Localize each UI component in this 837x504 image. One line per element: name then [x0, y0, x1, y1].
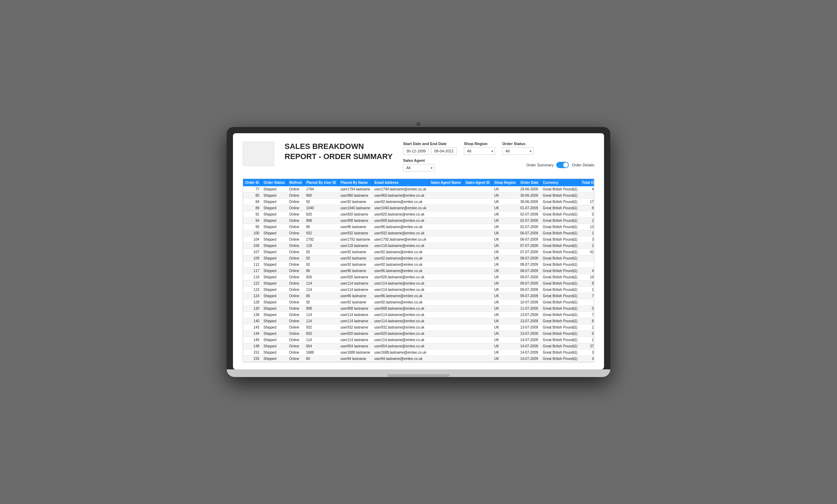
cell-22-2: Online	[287, 324, 304, 331]
cell-17-6	[428, 293, 463, 299]
cell-10-7	[463, 249, 492, 255]
table-row: 106ShippedOnline118user118 lastnameuser1…	[243, 243, 594, 249]
cell-15-4: user114 lastname	[338, 280, 372, 287]
header-section: SALES BREAKDOWN REPORT - ORDER SUMMARY S…	[243, 142, 594, 172]
cell-15-2: Online	[287, 280, 304, 287]
col-order-id: Order ID	[243, 179, 262, 186]
table-row: 109ShippedOnline92user92 lastnameuser92.…	[243, 255, 594, 262]
col-order-date: Order Date	[518, 179, 541, 186]
order-status-label: Order Status	[502, 142, 534, 146]
table-row: 143ShippedOnline932user932 lastnameuser9…	[243, 324, 594, 331]
cell-10-3: 92	[304, 249, 339, 255]
table-row: 144ShippedOnline820user820 lastnameuser8…	[243, 331, 594, 337]
cell-10-6	[428, 249, 463, 255]
laptop-frame: SALES BREAKDOWN REPORT - ORDER SUMMARY S…	[227, 127, 610, 377]
start-date[interactable]: 30-12-1899	[403, 147, 429, 155]
shop-region-group: Shop Region All	[464, 142, 495, 155]
cell-11-3: 92	[304, 255, 339, 262]
cell-12-5: user92.lastname@emlee.co.uk	[372, 262, 428, 268]
shop-region-select[interactable]: All	[464, 147, 495, 155]
cell-2-4: user92 lastname	[338, 199, 372, 205]
cell-12-2: Online	[287, 262, 304, 268]
order-status-select[interactable]: All	[502, 147, 534, 155]
cell-27-5: user84.lastname@emlee.co.uk	[372, 356, 428, 362]
cell-8-3: 1792	[304, 236, 339, 243]
cell-6-4: user86 lastname	[338, 224, 372, 230]
cell-23-5: user820.lastname@emlee.co.uk	[372, 331, 428, 337]
cell-13-4: user86 lastname	[338, 268, 372, 274]
cell-12-10: Great British Pound(£)	[541, 262, 580, 268]
col-placed-by-name: Placed By Name	[338, 179, 372, 186]
cell-3-5: user1040.lastname@emlee.co.uk	[372, 205, 428, 211]
cell-16-0: 123	[243, 287, 262, 293]
sales-agent-label: Sales Agent	[403, 158, 435, 163]
cell-26-3: 1688	[304, 349, 339, 356]
cell-8-0: 104	[243, 236, 262, 243]
end-date[interactable]: 08-04-2021	[431, 147, 457, 155]
cell-8-1: Shipped	[262, 236, 287, 243]
cell-13-10: Great British Pound(£)	[541, 268, 580, 274]
cell-9-5: user118.lastname@emlee.co.uk	[372, 243, 428, 249]
cell-7-6	[428, 230, 463, 236]
cell-5-3: 908	[304, 218, 339, 224]
sales-agent-group: Sales Agent All	[403, 158, 435, 172]
cell-24-8: UK	[492, 337, 518, 343]
col-currency: Currency	[541, 179, 580, 186]
table-row: 100ShippedOnline932user932 lastnameuser9…	[243, 230, 594, 236]
cell-24-2: Online	[287, 337, 304, 343]
cell-2-8: UK	[492, 199, 518, 205]
cell-17-4: user86 lastname	[338, 293, 372, 299]
cell-15-5: user114.lastname@emlee.co.uk	[372, 280, 428, 287]
cell-18-4: user92 lastname	[338, 299, 372, 306]
cell-7-4: user932 lastname	[338, 230, 372, 236]
table-row: 112ShippedOnline92user92 lastnameuser92.…	[243, 262, 594, 268]
cell-1-10: Great British Pound(£)	[541, 193, 580, 199]
cell-2-1: Shipped	[262, 199, 287, 205]
cell-3-3: 1040	[304, 205, 339, 211]
cell-23-7	[463, 331, 492, 337]
table-row: 107ShippedOnline92user92 lastnameuser92.…	[243, 249, 594, 255]
cell-23-10: Great British Pound(£)	[541, 331, 580, 337]
cell-1-3: 960	[304, 193, 339, 199]
cell-19-11: 50.94	[580, 306, 594, 312]
cell-8-9: 06-07-2009	[518, 236, 541, 243]
cell-27-2: Online	[287, 356, 304, 362]
cell-25-11: 379.21	[580, 343, 594, 349]
cell-8-10: Great British Pound(£)	[541, 236, 580, 243]
cell-17-9: 09-07-2009	[518, 293, 541, 299]
table-row: 104ShippedOnline1792user1792 lastnameuse…	[243, 236, 594, 243]
cell-14-7	[463, 274, 492, 280]
toggle-order-summary-label: Order Summary	[526, 163, 553, 167]
table-row: 123ShippedOnline114user114 lastnameuser1…	[243, 287, 594, 293]
cell-14-11: 199.81	[580, 274, 594, 280]
cell-14-4: user926 lastname	[338, 274, 372, 280]
cell-27-3: 84	[304, 356, 339, 362]
laptop-base	[227, 369, 610, 377]
cell-6-11: 130.81	[580, 224, 594, 230]
cell-1-1: Shipped	[262, 193, 287, 199]
cell-17-11: 71.64	[580, 293, 594, 299]
cell-1-4: user960 lastname	[338, 193, 372, 199]
cell-17-5: user86.lastname@emlee.co.uk	[372, 293, 428, 299]
cell-21-8: UK	[492, 318, 518, 324]
cell-16-2: Online	[287, 287, 304, 293]
cell-14-2: Online	[287, 274, 304, 280]
toggle-order-details-label: Order Details	[572, 163, 594, 167]
cell-11-0: 109	[243, 255, 262, 262]
table-row: 148ShippedOnline654user654 lastnameuser6…	[243, 343, 594, 349]
cell-23-6	[428, 331, 463, 337]
cell-12-4: user92 lastname	[338, 262, 372, 268]
cell-6-10: Great British Pound(£)	[541, 224, 580, 230]
cell-22-8: UK	[492, 324, 518, 331]
view-toggle-switch[interactable]	[556, 162, 569, 168]
sales-agent-select[interactable]: All	[403, 164, 435, 172]
cell-5-11: 23.34	[580, 218, 594, 224]
cell-2-9: 30-06-2009	[518, 199, 541, 205]
cell-10-1: Shipped	[262, 249, 287, 255]
cell-11-7	[463, 255, 492, 262]
cell-12-11: 9.54	[580, 262, 594, 268]
cell-8-4: user1792 lastname	[338, 236, 372, 243]
cell-2-2: Online	[287, 199, 304, 205]
cell-21-2: Online	[287, 318, 304, 324]
cell-21-9: 13-07-2009	[518, 318, 541, 324]
